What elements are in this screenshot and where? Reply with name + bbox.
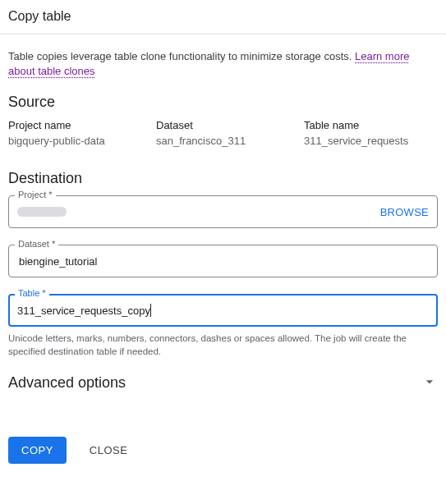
chevron-down-icon [421,373,438,392]
close-button[interactable]: CLOSE [85,443,133,457]
copy-table-dialog: Copy table Table copies leverage table c… [0,0,446,472]
text-caret [150,304,151,317]
source-table-value: 311_service_requests [304,135,427,147]
advanced-options-label: Advanced options [8,374,126,392]
advanced-options-toggle[interactable]: Advanced options [8,364,438,401]
source-dataset-label: Dataset [156,119,279,131]
source-project-value: bigquery-public-data [8,135,131,147]
dataset-field-label: Dataset * [15,239,58,249]
info-text: Table copies leverage table clone functi… [8,49,438,79]
dataset-input[interactable] [17,254,429,268]
source-project-col: Project name bigquery-public-data [8,119,131,147]
project-field-label: Project * [15,190,56,199]
source-table-col: Table name 311_service_requests [304,119,427,147]
source-table-label: Table name [304,119,427,131]
info-text-body: Table copies leverage table clone functi… [8,50,355,62]
table-field: Table * 311_service_requests_copy Unicod… [8,294,438,358]
source-project-label: Project name [8,119,131,131]
source-heading: Source [8,94,438,111]
divider [0,34,446,34]
source-dataset-col: Dataset san_francisco_311 [156,119,279,147]
source-grid: Project name bigquery-public-data Datase… [8,119,438,147]
table-helper-text: Unicode letters, marks, numbers, connect… [8,332,438,358]
project-field-box[interactable]: BROWSE [8,195,438,228]
browse-button[interactable]: BROWSE [380,206,429,218]
dataset-field-box[interactable] [8,245,438,277]
dialog-footer: COPY CLOSE [8,437,438,464]
dialog-title: Copy table [8,4,438,34]
table-field-box[interactable]: 311_service_requests_copy [8,294,438,327]
table-field-label: Table * [15,288,49,298]
dataset-field: Dataset * [8,245,438,277]
source-dataset-value: san_francisco_311 [156,135,279,147]
destination-heading: Destination [8,170,438,187]
table-input-text[interactable]: 311_service_requests_copy [17,305,150,317]
project-value-redacted [17,207,67,217]
copy-button[interactable]: COPY [8,437,67,464]
project-field: Project * BROWSE [8,195,438,228]
